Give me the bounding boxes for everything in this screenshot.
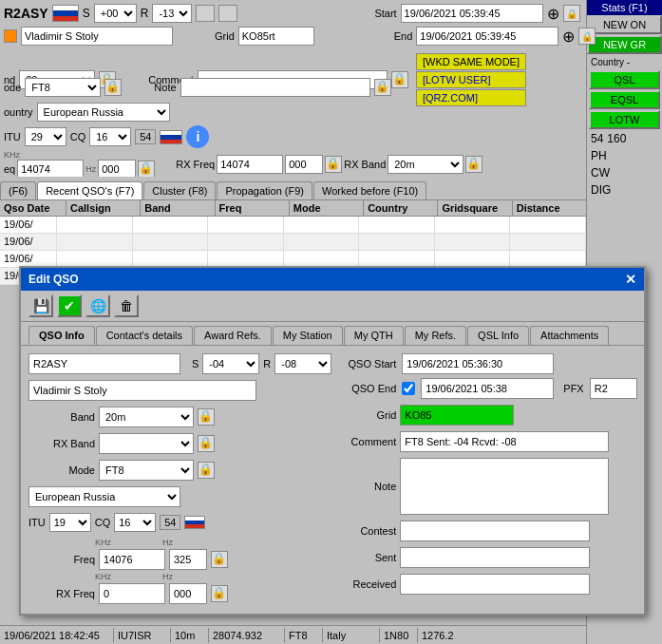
tab-worked-before[interactable]: Worked before (F10) bbox=[313, 181, 426, 199]
tab-cluster[interactable]: Cluster (F8) bbox=[143, 181, 216, 199]
start-spin-icon[interactable]: ⊕ bbox=[547, 5, 559, 23]
s-select[interactable]: +00-04 bbox=[94, 4, 137, 23]
freq-lock[interactable]: 🔒 bbox=[138, 161, 155, 178]
khz-label1: KHz bbox=[4, 150, 155, 160]
lotw-text: [LOTW USER] bbox=[416, 71, 526, 88]
dialog-mode-lock[interactable]: 🔒 bbox=[198, 462, 215, 479]
freq-khz-input[interactable] bbox=[17, 160, 84, 179]
tab-my-qth[interactable]: My QTH bbox=[344, 326, 404, 345]
rx-band-lock[interactable]: 🔒 bbox=[465, 156, 482, 173]
cq-label: CQ bbox=[70, 131, 86, 142]
end-lock-icon[interactable]: 🔒 bbox=[578, 28, 596, 45]
delete-button[interactable]: 🗑 bbox=[114, 294, 139, 317]
col-mode: Mode bbox=[290, 200, 364, 216]
rx-freq-hz-input[interactable] bbox=[285, 155, 323, 174]
tab-attachments[interactable]: Attachments bbox=[530, 326, 609, 345]
tab-award-refs[interactable]: Award Refs. bbox=[194, 326, 272, 345]
dialog-band-lock[interactable]: 🔒 bbox=[198, 408, 215, 426]
rx-freq-label: RX Freq bbox=[176, 159, 215, 170]
save-icon-button[interactable]: 💾 bbox=[28, 294, 53, 317]
cq-select[interactable]: 16 bbox=[89, 127, 131, 146]
mode-form-row: Mode FT8 🔒 bbox=[28, 460, 331, 481]
new-on-button[interactable]: NEW ON bbox=[587, 15, 662, 34]
r-select[interactable]: -13-08 bbox=[152, 4, 192, 23]
note-lock[interactable]: 🔒 bbox=[374, 79, 391, 96]
tab-f6[interactable]: (F6) bbox=[0, 181, 36, 199]
rx-freq-khz-input[interactable] bbox=[217, 155, 283, 174]
dialog-rx-band-select[interactable] bbox=[99, 433, 194, 454]
r-select-dialog[interactable]: -08-13 bbox=[274, 353, 331, 374]
grid-input[interactable] bbox=[238, 27, 314, 46]
received-input[interactable] bbox=[400, 574, 590, 595]
close-icon[interactable]: ✕ bbox=[625, 272, 636, 287]
tab-qso-info[interactable]: QSO Info bbox=[28, 326, 95, 345]
dialog-callsign-input[interactable] bbox=[28, 353, 180, 374]
color-box2 bbox=[218, 5, 237, 22]
lotw-button[interactable]: LOTW bbox=[589, 110, 660, 129]
confirm-button[interactable]: ✔ bbox=[57, 294, 82, 317]
operator-input[interactable] bbox=[21, 27, 173, 46]
qso-row[interactable]: 19/06/ bbox=[0, 217, 586, 234]
dialog-rx-freq-khz[interactable] bbox=[99, 583, 165, 604]
dialog-rx-freq-hz[interactable] bbox=[169, 583, 207, 604]
start-input[interactable] bbox=[401, 4, 543, 23]
dxcc-badge: 54 bbox=[135, 129, 156, 144]
dialog-columns: S -04+00 R -08-13 Band bbox=[28, 353, 636, 606]
rx-freq-form-label: RX Freq bbox=[28, 588, 95, 599]
qso-start-input[interactable] bbox=[402, 353, 554, 374]
qso-start-label: QSO Start bbox=[339, 358, 396, 369]
dialog-note-textarea[interactable] bbox=[400, 458, 609, 515]
qso-end-checkbox[interactable] bbox=[402, 382, 415, 395]
new-gr-button[interactable]: NEW GR bbox=[587, 35, 662, 54]
freq-hz-input[interactable] bbox=[98, 160, 136, 179]
mode-lock[interactable]: 🔒 bbox=[104, 79, 122, 96]
rx-band-select[interactable]: 20m bbox=[388, 155, 463, 174]
operator-form-row bbox=[28, 380, 331, 401]
stats-country-label: Country - bbox=[587, 55, 662, 69]
dialog-grid-input[interactable] bbox=[400, 405, 514, 426]
tab-contacts-details[interactable]: Contact's details bbox=[96, 326, 193, 345]
dialog-rx-freq-lock[interactable]: 🔒 bbox=[211, 585, 228, 602]
pfx-input[interactable] bbox=[590, 378, 637, 399]
dialog-cq-select[interactable]: 16 bbox=[114, 513, 156, 532]
tab-my-refs[interactable]: My Refs. bbox=[405, 326, 466, 345]
contest-input[interactable] bbox=[400, 521, 590, 541]
qso-row[interactable]: 19/06/ bbox=[0, 234, 586, 251]
eqsl-button[interactable]: EQSL bbox=[589, 90, 660, 109]
dialog-freq-hz[interactable] bbox=[169, 549, 207, 570]
dialog-comment-input[interactable] bbox=[400, 431, 609, 452]
qsl-button[interactable]: QSL bbox=[589, 70, 660, 89]
country-select[interactable]: European Russia bbox=[37, 103, 170, 122]
itu-select[interactable]: 29 bbox=[25, 127, 66, 146]
tab-my-station[interactable]: My Station bbox=[273, 326, 343, 345]
end-spin-icon[interactable]: ⊕ bbox=[562, 28, 575, 46]
rx-freq-lock[interactable]: 🔒 bbox=[325, 156, 342, 173]
start-lock-icon[interactable]: 🔒 bbox=[563, 5, 580, 22]
tab-propagation[interactable]: Propagation (F9) bbox=[217, 181, 312, 199]
col-gridsquare: Gridsquare bbox=[438, 200, 512, 216]
bottom-freq: 28074.932 bbox=[209, 628, 285, 643]
dialog-rx-band-lock[interactable]: 🔒 bbox=[198, 435, 215, 452]
s-select-dialog[interactable]: -04+00 bbox=[202, 353, 259, 374]
dialog-content: S -04+00 R -08-13 Band bbox=[21, 345, 644, 614]
qso-end-input[interactable] bbox=[421, 378, 554, 399]
tab-recent-qsos[interactable]: Recent QSO's (F7) bbox=[37, 181, 142, 199]
info-icon[interactable]: i bbox=[186, 125, 209, 148]
mode-select[interactable]: FT8SSB bbox=[25, 78, 101, 97]
note-input[interactable] bbox=[180, 78, 370, 97]
bottom-callsign: IU7ISR bbox=[114, 628, 171, 643]
dialog-band-select[interactable]: 20m bbox=[99, 407, 194, 427]
globe-button[interactable]: 🌐 bbox=[85, 294, 110, 317]
tabs-bar: (F6) Recent QSO's (F7) Cluster (F8) Prop… bbox=[0, 177, 586, 199]
dialog-freq-lock[interactable]: 🔒 bbox=[211, 551, 228, 568]
dialog-mode-select[interactable]: FT8 bbox=[99, 460, 194, 481]
dialog-freq-khz[interactable] bbox=[99, 549, 165, 570]
dialog-country-select[interactable]: European Russia bbox=[28, 486, 180, 507]
dialog-operator-input[interactable] bbox=[28, 380, 256, 401]
tab-qsl-info[interactable]: QSL Info bbox=[467, 326, 529, 345]
comment-lock[interactable]: 🔒 bbox=[391, 71, 408, 88]
comment-right-row: Comment bbox=[339, 431, 636, 452]
sent-input[interactable] bbox=[400, 547, 590, 568]
end-input[interactable] bbox=[416, 27, 558, 46]
dialog-itu-select[interactable]: 19 bbox=[49, 513, 91, 532]
